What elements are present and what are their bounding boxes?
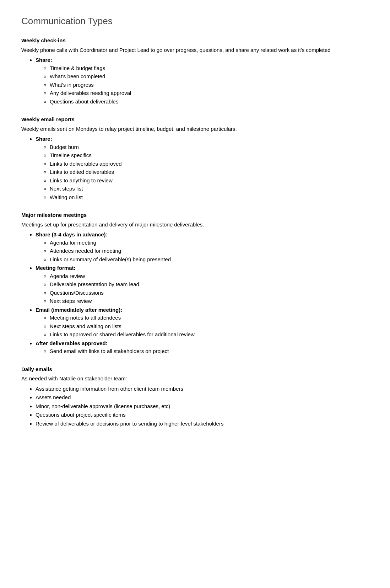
list-item: Assistance getting information from othe…: [36, 385, 369, 393]
section-weekly-checkins: Weekly check-insWeekly phone calls with …: [21, 37, 369, 106]
list-item: Links or summary of deliverable(s) being…: [50, 256, 369, 264]
bullet-list-weekly-checkins: Share:Timeline & budget flagsWhat's been…: [21, 56, 369, 106]
list-item: Questions about deliverables: [50, 98, 369, 106]
list-item: Budget burn: [50, 143, 369, 151]
bullet-list-major-milestone: Share (3-4 days in advance):Agenda for m…: [21, 231, 369, 356]
sub-bullet-list: Agenda reviewDeliverable presentation by…: [36, 272, 369, 305]
list-item: What's been completed: [50, 73, 369, 81]
section-desc-weekly-checkins: Weekly phone calls with Coordinator and …: [21, 46, 369, 54]
section-desc-weekly-email: Weekly emails sent on Mondays to relay p…: [21, 125, 369, 133]
list-item: Email (immediately after meeting):Meetin…: [36, 306, 369, 339]
list-item: Links to anything to review: [50, 177, 369, 185]
sub-bullet-list: Timeline & budget flagsWhat's been compl…: [36, 64, 369, 106]
list-item: Meeting format:Agenda reviewDeliverable …: [36, 264, 369, 305]
list-item: Questions about project-specific items: [36, 411, 369, 419]
list-item: Next steps review: [50, 297, 369, 305]
list-item: Attendees needed for meeting: [50, 247, 369, 255]
list-item: Send email with links to all stakeholder…: [50, 347, 369, 356]
list-item: Next steps and waiting on lists: [50, 322, 369, 331]
list-item: Agenda review: [50, 272, 369, 280]
list-item: What's in progress: [50, 81, 369, 89]
list-item: Share:Budget burnTimeline specificsLinks…: [36, 135, 369, 201]
list-item: Any deliverables needing approval: [50, 89, 369, 97]
list-item: Links to deliverables approved: [50, 160, 369, 168]
bullet-list-weekly-email: Share:Budget burnTimeline specificsLinks…: [21, 135, 369, 201]
list-item: Next steps list: [50, 185, 369, 193]
section-title-weekly-checkins: Weekly check-ins: [21, 37, 369, 45]
list-item: Meeting notes to all attendees: [50, 314, 369, 322]
section-weekly-email: Weekly email reportsWeekly emails sent o…: [21, 116, 369, 201]
list-item: Review of deliverables or decisions prio…: [36, 420, 369, 428]
sub-bullet-list: Agenda for meetingAttendees needed for m…: [36, 239, 369, 264]
list-item: Minor, non-deliverable approvals (licens…: [36, 402, 369, 411]
list-item: Agenda for meeting: [50, 239, 369, 247]
list-item: Share:Timeline & budget flagsWhat's been…: [36, 56, 369, 106]
section-desc-major-milestone: Meetings set up for presentation and del…: [21, 221, 369, 229]
sub-bullet-list: Send email with links to all stakeholder…: [36, 347, 369, 356]
section-desc-daily-emails: As needed with Natalie on stakeholder te…: [21, 375, 369, 383]
list-item: Links to approved or shared deliverables…: [50, 331, 369, 339]
section-title-daily-emails: Daily emails: [21, 365, 369, 374]
section-daily-emails: Daily emailsAs needed with Natalie on st…: [21, 365, 369, 428]
bullet-list-daily-emails: Assistance getting information from othe…: [21, 385, 369, 428]
list-item: Questions/Discussions: [50, 289, 369, 297]
list-item: Timeline specifics: [50, 151, 369, 160]
page-title: Communication Types: [21, 14, 369, 28]
list-item: Timeline & budget flags: [50, 64, 369, 73]
list-item: Links to edited deliverables: [50, 168, 369, 176]
sub-bullet-list: Meeting notes to all attendeesNext steps…: [36, 314, 369, 339]
list-item: Assets needed: [36, 394, 369, 402]
section-title-weekly-email: Weekly email reports: [21, 116, 369, 124]
section-title-major-milestone: Major milestone meetings: [21, 211, 369, 219]
list-item: After deliverables approved:Send email w…: [36, 340, 369, 356]
list-item: Waiting on list: [50, 193, 369, 202]
section-major-milestone: Major milestone meetingsMeetings set up …: [21, 211, 369, 356]
list-item: Share (3-4 days in advance):Agenda for m…: [36, 231, 369, 263]
sub-bullet-list: Budget burnTimeline specificsLinks to de…: [36, 143, 369, 202]
list-item: Deliverable presentation by team lead: [50, 280, 369, 289]
